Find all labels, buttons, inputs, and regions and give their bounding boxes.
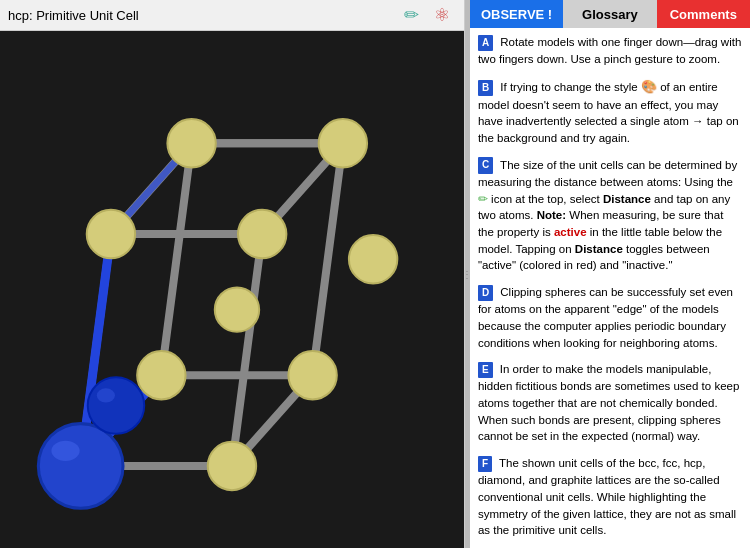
svg-point-16 [167, 119, 215, 167]
svg-point-26 [38, 424, 123, 509]
label-a: A [478, 35, 493, 52]
pencil-icon[interactable]: ✏ [404, 4, 426, 26]
section-f-text: The shown unit cells of the bcc, fcc, hc… [478, 457, 736, 536]
left-panel: hcp: Primitive Unit Cell ✏ ⚛ [0, 0, 465, 548]
svg-point-29 [97, 388, 115, 402]
section-e: E In order to make the models manipulabl… [478, 361, 742, 445]
section-c-text: The size of the unit cells can be determ… [478, 159, 737, 272]
svg-point-20 [87, 210, 135, 258]
molecule-icon[interactable]: ⚛ [434, 4, 456, 26]
section-a: A Rotate models with one finger down—dra… [478, 34, 742, 68]
svg-point-23 [215, 287, 259, 331]
label-b: B [478, 80, 493, 97]
glossary-tab[interactable]: Glossary [563, 0, 656, 28]
svg-point-21 [238, 210, 286, 258]
svg-point-22 [208, 442, 256, 490]
label-f: F [478, 456, 492, 473]
label-c: C [478, 157, 493, 174]
section-c: C The size of the unit cells can be dete… [478, 157, 742, 274]
section-a-text: Rotate models with one finger down—drag … [478, 36, 741, 65]
section-b-text: If trying to change the style 🎨 of an en… [478, 81, 739, 144]
section-d-text: Clipping spheres can be successfuly set … [478, 286, 733, 349]
svg-point-28 [88, 377, 144, 433]
comments-tab[interactable]: Comments [657, 0, 750, 28]
label-e: E [478, 362, 493, 379]
3d-model-view[interactable] [0, 31, 464, 548]
observe-tab[interactable]: OBSERVE ! [470, 0, 563, 28]
svg-point-19 [288, 351, 336, 399]
tab-bar: OBSERVE ! Glossary Comments [470, 0, 750, 28]
section-b: B If trying to change the style 🎨 of an … [478, 78, 742, 147]
section-d: D Clipping spheres can be successfuly se… [478, 284, 742, 351]
svg-point-17 [319, 119, 367, 167]
title-bar: hcp: Primitive Unit Cell ✏ ⚛ [0, 0, 464, 31]
right-panel: OBSERVE ! Glossary Comments A Rotate mod… [470, 0, 750, 548]
window-title: hcp: Primitive Unit Cell [8, 8, 396, 23]
svg-point-31 [349, 235, 397, 283]
svg-point-18 [137, 351, 185, 399]
section-e-text: In order to make the models manipulable,… [478, 363, 739, 442]
svg-point-27 [51, 441, 79, 461]
label-d: D [478, 285, 493, 302]
content-area[interactable]: A Rotate models with one finger down—dra… [470, 28, 750, 548]
section-f: F The shown unit cells of the bcc, fcc, … [478, 455, 742, 539]
